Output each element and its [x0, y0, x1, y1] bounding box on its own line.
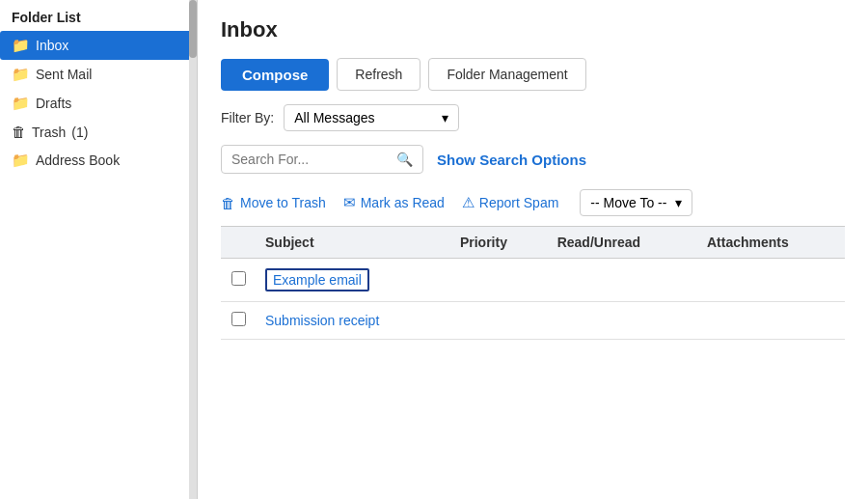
trash-icon: 🗑 — [12, 124, 26, 140]
move-to-dropdown[interactable]: -- Move To -- Inbox Sent Mail Drafts Tra… — [590, 195, 667, 210]
trash-badge: (1) — [71, 125, 88, 140]
main-content: Inbox Compose Refresh Folder Management … — [198, 0, 868, 499]
table-header-row: Subject Priority Read/Unread Attachments — [221, 227, 845, 259]
sidebar-item-drafts[interactable]: 📁 Drafts — [0, 89, 197, 118]
folder-management-button[interactable]: Folder Management — [428, 58, 585, 91]
trash-action-icon: 🗑 — [221, 195, 235, 211]
col-priority: Priority — [450, 227, 548, 259]
row-checkbox-cell — [221, 259, 256, 302]
report-spam-label: Report Spam — [479, 195, 558, 210]
folder-icon: 📁 — [12, 152, 30, 169]
refresh-button[interactable]: Refresh — [337, 58, 420, 91]
move-to-wrapper[interactable]: -- Move To -- Inbox Sent Mail Drafts Tra… — [580, 189, 692, 216]
col-checkbox — [221, 227, 256, 259]
sidebar: Folder List 📁 Inbox 📁 Sent Mail 📁 Drafts… — [0, 0, 198, 499]
search-icon: 🔍 — [396, 152, 413, 167]
subject-cell: Submission receipt — [256, 302, 450, 340]
search-row: 🔍 Show Search Options — [221, 145, 845, 174]
email-subject-link[interactable]: Submission receipt — [265, 313, 379, 328]
table-row: Example email — [221, 259, 845, 302]
chevron-down-icon: ▾ — [442, 110, 448, 125]
folder-icon: 📁 — [12, 66, 30, 83]
read-unread-cell — [548, 259, 697, 302]
sidebar-item-label: Sent Mail — [36, 67, 92, 82]
warning-icon: ⚠ — [462, 194, 475, 211]
sidebar-item-label: Drafts — [36, 96, 71, 111]
priority-cell — [450, 302, 548, 340]
search-box: 🔍 — [221, 145, 423, 174]
email-table: Subject Priority Read/Unread Attachments… — [221, 226, 845, 340]
toolbar: Compose Refresh Folder Management — [221, 58, 845, 91]
row-checkbox-cell — [221, 302, 256, 340]
report-spam-button[interactable]: ⚠ Report Spam — [462, 194, 558, 211]
email-subject-link[interactable]: Example email — [273, 272, 362, 288]
envelope-icon: ✉ — [343, 194, 356, 211]
filter-row: Filter By: All Messages Unread Messages … — [221, 104, 845, 131]
col-attachments: Attachments — [697, 227, 845, 259]
col-read-unread: Read/Unread — [548, 227, 697, 259]
row-checkbox[interactable] — [231, 271, 246, 286]
chevron-down-icon: ▾ — [675, 195, 682, 210]
compose-button[interactable]: Compose — [221, 59, 329, 91]
sidebar-item-label: Trash — [32, 125, 66, 140]
show-search-options-link[interactable]: Show Search Options — [437, 152, 586, 168]
read-unread-cell — [548, 302, 697, 340]
folder-icon: 📁 — [12, 37, 30, 54]
attachments-cell — [697, 259, 845, 302]
row-checkbox[interactable] — [231, 312, 246, 326]
sidebar-scrollbar[interactable] — [189, 0, 197, 499]
filter-label: Filter By: — [221, 110, 274, 125]
page-title: Inbox — [221, 17, 845, 42]
subject-cell: Example email — [256, 259, 450, 302]
move-to-trash-button[interactable]: 🗑 Move to Trash — [221, 195, 326, 211]
move-to-trash-label: Move to Trash — [240, 195, 326, 210]
folder-icon: 📁 — [12, 95, 30, 112]
sidebar-item-label: Inbox — [36, 38, 68, 53]
mark-as-read-button[interactable]: ✉ Mark as Read — [343, 194, 445, 211]
priority-cell — [450, 259, 548, 302]
sidebar-title: Folder List — [0, 0, 197, 31]
sidebar-item-label: Address Book — [36, 152, 120, 168]
sidebar-item-inbox[interactable]: 📁 Inbox — [0, 31, 197, 60]
scrollbar-thumb — [189, 0, 197, 58]
attachments-cell — [697, 302, 845, 340]
action-bar: 🗑 Move to Trash ✉ Mark as Read ⚠ Report … — [221, 189, 845, 216]
search-input[interactable] — [231, 152, 391, 167]
sidebar-item-address-book[interactable]: 📁 Address Book — [0, 146, 197, 175]
sidebar-item-sent[interactable]: 📁 Sent Mail — [0, 60, 197, 89]
table-row: Submission receipt — [221, 302, 845, 340]
filter-select-wrapper[interactable]: All Messages Unread Messages Read Messag… — [284, 104, 459, 131]
sidebar-item-trash[interactable]: 🗑 Trash (1) — [0, 118, 197, 146]
col-subject: Subject — [256, 227, 450, 259]
filter-dropdown[interactable]: All Messages Unread Messages Read Messag… — [294, 110, 413, 125]
mark-as-read-label: Mark as Read — [361, 195, 445, 210]
